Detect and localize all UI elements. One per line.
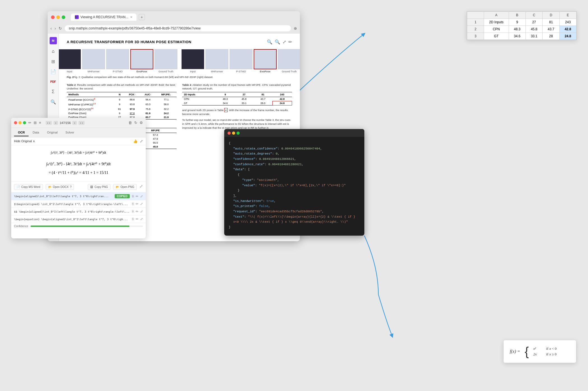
ocr-list-icon[interactable]: ≡ — [39, 121, 41, 125]
address-bar[interactable] — [65, 25, 291, 31]
ocr-close-button[interactable] — [14, 121, 17, 124]
ocr-grid-icon[interactable]: ⊞ — [34, 121, 37, 125]
tab-favicon: M — [75, 15, 79, 19]
new-tab-button[interactable]: + — [139, 14, 145, 20]
json-min-btn[interactable] — [232, 132, 235, 135]
sidebar-sigma-icon[interactable]: Σ — [50, 89, 56, 95]
cell-pck: 93.8 — [124, 102, 140, 107]
minimize-button[interactable] — [56, 15, 60, 19]
confidence-bar-area: Confidence — [11, 223, 146, 229]
sidebar-search-icon[interactable]: 🔍 — [50, 99, 56, 105]
copy-icon[interactable]: ⎘ — [132, 217, 134, 221]
expand-icon[interactable]: ⤢ — [140, 210, 143, 213]
ocr-titlebar: ✏ ⊞ ≡ ‹ ‹ ‹ 147/156 › › › 🗑 ↻ ⚙ — [11, 118, 146, 128]
figure-label: MHFormer — [82, 70, 105, 73]
table-row: MHFormer (CVPR'22)13 9 93.8 63.3 58.0 — [67, 102, 177, 107]
open-png-button[interactable]: 📂 Open PNG — [113, 184, 137, 190]
ocr-pencil-icon[interactable]: ✏ — [28, 121, 31, 125]
json-field-request-id: "request_id": "eec691de4cad35bcf5cfad28d… — [229, 209, 360, 214]
sidebar-document-icon[interactable]: 📄 — [50, 68, 56, 75]
ocr-delete-icon[interactable]: 🗑 — [128, 121, 132, 125]
json-field-auto-rotate-conf: "auto_rotate_confidence": 0.004641896625… — [229, 146, 360, 151]
cell-pck: 88.6 — [124, 97, 140, 102]
edit-icon[interactable]: ✏ — [136, 210, 138, 213]
tab-original[interactable]: Original — [43, 129, 62, 136]
cell-n: 81 — [115, 107, 124, 111]
edit-icon[interactable]: ✏ — [136, 194, 138, 198]
ocr-last-btn[interactable]: › › — [78, 121, 85, 125]
sidebar-layers-icon[interactable]: ⊞ — [50, 58, 56, 65]
copy-ms-word-button[interactable]: 📄 Copy MS Word — [14, 184, 43, 190]
tab-close-icon[interactable]: ✕ — [130, 15, 133, 19]
maximize-button[interactable] — [62, 15, 65, 19]
ocr-settings-icon[interactable]: ⚙ — [140, 121, 143, 125]
ocr-next-btn[interactable]: › — [72, 121, 77, 125]
tab-ocr[interactable]: OCR — [14, 129, 29, 136]
figure-item-pstmo-left: P-STMO — [106, 49, 129, 73]
cell-33-1: 33.1 — [526, 33, 542, 40]
cell-pck: 97.8 — [124, 111, 140, 115]
list-item[interactable]: $$ \begin{aligned}\int_0^1\left\langle t… — [11, 208, 146, 215]
fullscreen-icon[interactable]: ⤢ — [283, 39, 286, 45]
ocr-minimize-button[interactable] — [18, 121, 22, 124]
ocr-maximize-button[interactable] — [23, 121, 26, 124]
json-close-btn[interactable] — [228, 132, 231, 135]
tab-solver[interactable]: Solver — [62, 129, 78, 136]
cell-pck: 97.9 — [124, 107, 140, 111]
json-field-value: "value": "f(x)={[x^(2),\" if \"x<0],[2x,… — [229, 183, 360, 188]
copy-icon[interactable]: ⎘ — [132, 202, 134, 206]
zoom-out-icon[interactable]: 🔍 — [275, 39, 280, 45]
math-formula-1: ∫₀¹⟨t³, 3t⁶⟩ - ⟨4t³, 3t²⟩dt = ∫₀¹(4t¹⁰ +… — [17, 150, 140, 156]
excel-col-b: B — [509, 12, 526, 19]
expand-icon[interactable]: ⤢ — [140, 139, 143, 143]
case-1-val: x² — [533, 346, 542, 351]
expand-icon[interactable]: ⤢ — [140, 202, 143, 206]
cell-auc: 75.8 — [140, 107, 156, 111]
json-field-type: "type": "asciimath", — [229, 178, 360, 183]
forward-button[interactable]: › — [55, 26, 56, 31]
col-9: 9 — [216, 92, 235, 97]
figure-label: Ground Truth — [154, 70, 177, 73]
copy-icon[interactable]: ⎘ — [132, 210, 134, 213]
cell-mpjpe: 24.2 — [156, 111, 177, 115]
sidebar-home-icon[interactable]: ⌂ — [50, 48, 56, 54]
sidebar-pdf-icon[interactable]: PDF — [50, 79, 56, 85]
result-actions-4: ⎘ ✏ ⤢ — [132, 217, 143, 221]
json-max-btn[interactable] — [237, 132, 240, 135]
open-png-expand-icon[interactable]: ⤢ — [140, 184, 143, 190]
figure-item-input-right: Input — [181, 49, 204, 73]
thumbs-up-icon[interactable]: 👍 — [133, 139, 138, 143]
cell-mpjpe: 77.1 — [156, 97, 177, 102]
edit-icon[interactable]: ✏ — [136, 217, 138, 221]
list-item[interactable]: \begin{aligned}\int_0^1\left\langle t^7,… — [11, 192, 146, 200]
expand-icon[interactable]: ⤢ — [140, 217, 143, 221]
tab-title: Viewing A RECURSIVE TRAN... — [80, 15, 128, 19]
browser-tab[interactable]: M Viewing A RECURSIVE TRAN... ✕ — [71, 13, 136, 21]
close-button[interactable] — [51, 15, 55, 19]
figure-item-evopose-right: EvoPose — [254, 49, 277, 73]
formula-line-1: ∫₀¹⟨t³, 3t⁶⟩ - ⟨4t³, 3t²⟩dt = ∫₀¹(4t¹⁰ +… — [51, 151, 106, 155]
figure-img-gt-left — [154, 49, 177, 69]
edit-icon[interactable]: ✏ — [136, 202, 138, 206]
result-actions-1: ⎘ ✏ ⤢ — [132, 194, 143, 198]
ocr-back-btn[interactable]: ‹ — [54, 121, 58, 125]
zoom-in-icon[interactable]: 🔍 — [267, 39, 272, 45]
body-text-right2: To further exp our model, we co man3.6M … — [182, 118, 292, 130]
copy-icon[interactable]: ⎘ — [132, 194, 134, 198]
list-item[interactable]: \begin{equation} \begin{aligned}\int_0^1… — [11, 215, 146, 223]
tab-data[interactable]: Data — [29, 129, 43, 136]
open-docx-button[interactable]: 📂 Open DOCX ? — [46, 184, 74, 190]
refresh-button[interactable]: ↻ — [59, 26, 62, 31]
ocr-prev-btn[interactable]: ‹ ‹ — [46, 121, 52, 125]
math-result-box: f(x) = { x² if x < 0 2x if x ≥ 0 — [503, 340, 576, 363]
ocr-traffic-lights — [14, 121, 26, 124]
expand-icon[interactable]: ⤢ — [140, 194, 143, 198]
back-button[interactable]: ‹ — [50, 26, 52, 31]
figure-label: EvoPose — [130, 70, 153, 73]
share-icon[interactable]: ⊕ — [294, 26, 297, 31]
ocr-refresh-icon[interactable]: ↻ — [134, 121, 137, 125]
list-item[interactable]: $\begin{aligned} \int_0^1\left\langle t^… — [11, 200, 146, 208]
copy-png-button[interactable]: 🖼 Copy PNG — [88, 184, 110, 190]
edit-icon[interactable]: ✏ — [288, 39, 292, 45]
case-2-cond: if x ≥ 0 — [546, 352, 557, 357]
